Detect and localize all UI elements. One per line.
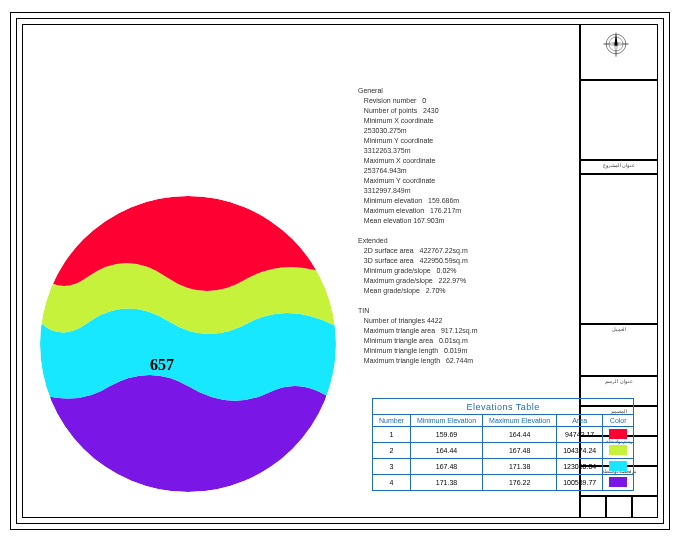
rev-val: 0 <box>422 97 426 104</box>
cell-area: 104374.24 <box>557 443 603 459</box>
maxtrilen-label: Maximum triangle length <box>364 357 440 364</box>
cell-min: 171.38 <box>410 475 482 491</box>
cell-max: 176.22 <box>483 475 557 491</box>
svg-marker-2 <box>615 31 618 46</box>
maxtriarea-val: 917.12sq.m <box>441 327 478 334</box>
color-swatch <box>609 461 627 471</box>
cell-min: 159.69 <box>410 427 482 443</box>
cell-color <box>603 443 634 459</box>
cell-max: 171.38 <box>483 459 557 475</box>
tb-bottom-b <box>606 496 632 518</box>
table-row: 3167.48171.38123060.04 <box>373 459 634 475</box>
maxslope-label: Maximum grade/slope <box>364 277 433 284</box>
table-row: 1159.69164.4494743.17 <box>373 427 634 443</box>
maxx-label: Maximum X coordinate <box>364 157 436 164</box>
cell-num: 4 <box>373 475 411 491</box>
color-swatch <box>609 429 627 439</box>
cell-area: 100589.77 <box>557 475 603 491</box>
color-swatch <box>609 445 627 455</box>
hdr-min: Minimum Elevation <box>410 415 482 427</box>
meanslope-label: Mean grade/slope <box>364 287 420 294</box>
miny-val: 3312263.375m <box>364 147 411 154</box>
a2d-val: 422767.22sq.m <box>420 247 468 254</box>
tb-client-label: العميل <box>582 326 656 332</box>
minslope-val: 0.02% <box>437 267 457 274</box>
rev-label: Revision number <box>364 97 417 104</box>
elevation-bands-svg <box>40 196 336 492</box>
color-swatch <box>609 477 627 487</box>
npts-val: 2430 <box>423 107 439 114</box>
maxslope-val: 222.97% <box>439 277 467 284</box>
tb-bottom-c <box>632 496 658 518</box>
etab-header-row: Number Minimum Elevation Maximum Elevati… <box>373 415 634 427</box>
extended-heading: Extended <box>358 237 388 244</box>
tb-logo-cell <box>580 174 658 324</box>
meanelev-label: Mean elevation <box>364 217 411 224</box>
cell-num: 2 <box>373 443 411 459</box>
minelev-val: 159.686m <box>428 197 459 204</box>
tb-drawing-label: عنوان الرسم <box>582 378 656 384</box>
table-row: 4171.38176.22100589.77 <box>373 475 634 491</box>
compass-icon <box>602 30 630 58</box>
tb-client-cell <box>580 80 658 160</box>
cell-area: 123060.04 <box>557 459 603 475</box>
meanelev-val: 167.903m <box>413 217 444 224</box>
tb-project-label: عنوان المشروع <box>582 162 656 168</box>
maxx-val: 253764.943m <box>364 167 407 174</box>
hdr-max: Maximum Elevation <box>483 415 557 427</box>
table-row: 2164.44167.48104374.24 <box>373 443 634 459</box>
ntri-label: Number of triangles <box>364 317 425 324</box>
cell-min: 164.44 <box>410 443 482 459</box>
cell-max: 164.44 <box>483 427 557 443</box>
maxy-val: 3312997.849m <box>364 187 411 194</box>
etab-title: Elevations Table <box>372 398 634 414</box>
hdr-num: Number <box>373 415 411 427</box>
mintrilen-label: Minimum triangle length <box>364 347 438 354</box>
cell-color <box>603 475 634 491</box>
minx-val: 253030.275m <box>364 127 407 134</box>
mintriarea-label: Minimum triangle area <box>364 337 433 344</box>
tb-bottom-a <box>580 496 606 518</box>
elevation-map <box>40 196 336 492</box>
maxtrilen-val: 62.744m <box>446 357 473 364</box>
hdr-color: Color <box>603 415 634 427</box>
statistics-block: General Revision number 0 Number of poin… <box>358 86 477 366</box>
cell-min: 167.48 <box>410 459 482 475</box>
a3d-label: 3D surface area <box>364 257 414 264</box>
ntri-val: 4422 <box>427 317 443 324</box>
meanslope-val: 2.70% <box>426 287 446 294</box>
cell-max: 167.48 <box>483 443 557 459</box>
maxelev-val: 176.217m <box>430 207 461 214</box>
minx-label: Minimum X coordinate <box>364 117 434 124</box>
island <box>156 420 168 428</box>
a3d-val: 422950.59sq.m <box>420 257 468 264</box>
cell-num: 3 <box>373 459 411 475</box>
a2d-label: 2D surface area <box>364 247 414 254</box>
drawing-sheet: عنوان المشروع العميل عنوان الرسم المصمم … <box>0 0 680 544</box>
tin-heading: TIN <box>358 307 369 314</box>
maxtriarea-label: Maximum triangle area <box>364 327 435 334</box>
maxy-label: Maximum Y coordinate <box>364 177 435 184</box>
hdr-area: Area <box>557 415 603 427</box>
map-point-label: 657 <box>150 356 174 374</box>
minelev-label: Minimum elevation <box>364 197 422 204</box>
miny-label: Minimum Y coordinate <box>364 137 433 144</box>
cell-num: 1 <box>373 427 411 443</box>
npts-label: Number of points <box>364 107 417 114</box>
elevations-table: Elevations Table Number Minimum Elevatio… <box>372 398 634 491</box>
mintrilen-val: 0.019m <box>444 347 467 354</box>
cell-color <box>603 459 634 475</box>
cell-color <box>603 427 634 443</box>
minslope-label: Minimum grade/slope <box>364 267 431 274</box>
maxelev-label: Maximum elevation <box>364 207 424 214</box>
general-heading: General <box>358 87 383 94</box>
mintriarea-val: 0.01sq.m <box>439 337 468 344</box>
cell-area: 94743.17 <box>557 427 603 443</box>
